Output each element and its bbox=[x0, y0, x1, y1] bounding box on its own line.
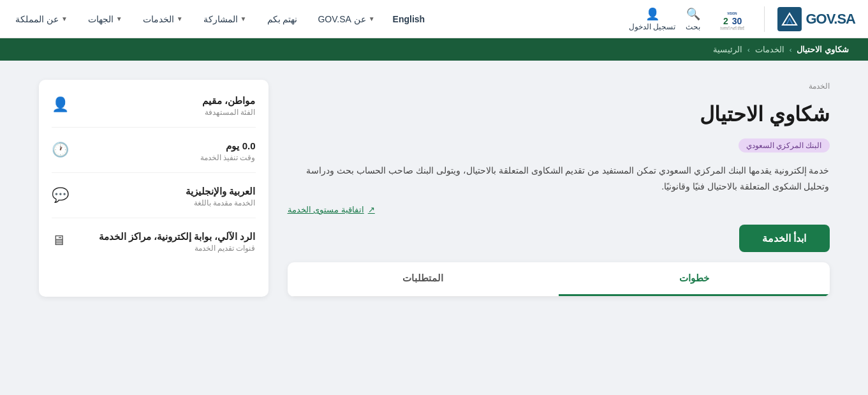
user-circle-icon: 👤 bbox=[52, 96, 69, 113]
monitor-icon: 🖥 bbox=[52, 232, 66, 249]
nav-about-kingdom-label: عن المملكة bbox=[15, 14, 59, 24]
chevron-participation: ▼ bbox=[240, 15, 247, 22]
vision2030-logo[interactable]: VISION 2 30 المملكة العربية السعودية KIN… bbox=[713, 4, 751, 34]
tab-steps[interactable]: خطوات bbox=[559, 262, 830, 296]
main-nav: English ▼ عن GOV.SA نهتم بكم ▼ المشاركة … bbox=[13, 10, 425, 28]
nav-participation-label: المشاركة bbox=[203, 14, 238, 24]
service-title: شكاوي الاحتيال bbox=[288, 101, 830, 128]
main-content: مواطن، مقيم الفئة المستهدفة 👤 0.0 يوم وق… bbox=[20, 80, 849, 297]
govsa-logo[interactable]: GOV.SA bbox=[777, 7, 855, 31]
user-icon: 👤 bbox=[645, 7, 659, 21]
nav-about-govsa[interactable]: ▼ عن GOV.SA bbox=[315, 10, 377, 28]
chevron-about-kingdom: ▼ bbox=[61, 15, 68, 22]
breadcrumb: شكاوي الاحتيال › الخدمات › الرئيسية bbox=[713, 45, 849, 54]
clock-icon: 🕐 bbox=[52, 142, 69, 158]
start-service-button[interactable]: ابدأ الخدمة bbox=[739, 225, 829, 252]
breadcrumb-home[interactable]: الرئيسية bbox=[713, 45, 742, 54]
service-category-label: الخدمة bbox=[809, 82, 830, 91]
chevron-entities: ▼ bbox=[116, 15, 122, 22]
breadcrumb-current: شكاوي الاحتيال bbox=[797, 45, 849, 54]
breadcrumb-sep-1: › bbox=[747, 46, 750, 54]
sla-link[interactable]: ↗ اتفاقية مستوى الخدمة bbox=[288, 205, 830, 214]
info-row-channels: الرد الآلي، بوابة إلكترونية، مراكز الخدم… bbox=[52, 231, 256, 253]
target-group-label: الفئة المستهدفة bbox=[78, 108, 256, 117]
tab-requirements[interactable]: المتطلبات bbox=[288, 262, 559, 296]
svg-rect-1 bbox=[782, 24, 797, 26]
chevron-about-govsa: ▼ bbox=[369, 15, 375, 22]
chevron-services: ▼ bbox=[177, 15, 183, 22]
govsa-icon bbox=[777, 7, 802, 31]
breadcrumb-services[interactable]: الخدمات bbox=[755, 45, 784, 54]
main-header: GOV.SA VISION 2 30 المملكة العربية السعو… bbox=[0, 0, 868, 38]
nav-services-label: الخدمات bbox=[143, 14, 174, 24]
govsa-text: GOV.SA bbox=[805, 11, 855, 27]
language-label: الخدمة مقدمة باللغة bbox=[78, 198, 256, 207]
info-text-channels: الرد الآلي، بوابة إلكترونية، مراكز الخدم… bbox=[75, 231, 256, 253]
breadcrumb-bar: شكاوي الاحتيال › الخدمات › الرئيسية bbox=[0, 38, 868, 61]
header-actions: 🔍 بحث 👤 تسجيل الدخول bbox=[629, 7, 700, 31]
nav-about-you[interactable]: نهتم بكم bbox=[265, 10, 300, 28]
chat-icon: 💬 bbox=[52, 187, 69, 204]
info-text-language: العربية والإنجليزية الخدمة مقدمة باللغة bbox=[78, 186, 256, 207]
nav-about-govsa-label: عن GOV.SA bbox=[318, 14, 365, 24]
svg-text:المملكة العربية السعودية: المملكة العربية السعودية bbox=[720, 25, 744, 28]
tab-steps-label: خطوات bbox=[679, 272, 709, 283]
service-badge: البنك المركزي السعودي bbox=[739, 138, 830, 153]
svg-text:VISION: VISION bbox=[728, 11, 737, 15]
english-toggle[interactable]: English bbox=[393, 14, 425, 24]
nav-entities-label: الجهات bbox=[88, 14, 114, 24]
info-row-time: 0.0 يوم وقت تنفيذ الخدمة 🕐 bbox=[52, 140, 256, 173]
tabs-header: خطوات المتطلبات bbox=[288, 262, 830, 297]
vision-svg: VISION 2 30 المملكة العربية السعودية KIN… bbox=[713, 4, 751, 34]
service-detail: الخدمة شكاوي الاحتيال البنك المركزي السع… bbox=[288, 80, 830, 297]
nav-participation[interactable]: ▼ المشاركة bbox=[201, 10, 249, 28]
channels-label: قنوات تقديم الخدمة bbox=[75, 244, 256, 253]
svg-text:KINGDOM OF SAUDI ARABIA: KINGDOM OF SAUDI ARABIA bbox=[721, 28, 745, 31]
info-card: مواطن، مقيم الفئة المستهدفة 👤 0.0 يوم وق… bbox=[39, 80, 268, 297]
language-value: العربية والإنجليزية bbox=[78, 186, 256, 197]
nav-about-kingdom[interactable]: ▼ عن المملكة bbox=[13, 10, 70, 28]
info-text-target: مواطن، مقيم الفئة المستهدفة bbox=[78, 95, 256, 117]
info-row-language: العربية والإنجليزية الخدمة مقدمة باللغة … bbox=[52, 186, 256, 218]
search-action[interactable]: 🔍 بحث bbox=[686, 7, 700, 31]
target-group-value: مواطن، مقيم bbox=[78, 95, 256, 107]
tabs-section: خطوات المتطلبات bbox=[288, 262, 830, 297]
svg-text:30: 30 bbox=[732, 15, 742, 26]
nav-about-you-label: نهتم بكم bbox=[267, 14, 298, 24]
search-label: بحث bbox=[686, 22, 700, 31]
info-row-target: مواطن، مقيم الفئة المستهدفة 👤 bbox=[52, 95, 256, 128]
nav-services[interactable]: ▼ الخدمات bbox=[140, 10, 186, 28]
channels-value: الرد الآلي، بوابة إلكترونية، مراكز الخدم… bbox=[75, 231, 256, 242]
svg-text:2: 2 bbox=[724, 15, 729, 26]
info-text-time: 0.0 يوم وقت تنفيذ الخدمة bbox=[78, 140, 256, 162]
logo-divider bbox=[764, 6, 765, 32]
search-icon: 🔍 bbox=[686, 7, 700, 21]
breadcrumb-sep-2: › bbox=[790, 46, 792, 54]
sla-link-text: اتفاقية مستوى الخدمة bbox=[288, 205, 364, 214]
tab-requirements-label: المتطلبات bbox=[402, 272, 443, 283]
exec-time-value: 0.0 يوم bbox=[78, 140, 256, 152]
service-description: خدمة إلكترونية يقدمها البنك المركزي السع… bbox=[288, 163, 830, 195]
header-right: GOV.SA VISION 2 30 المملكة العربية السعو… bbox=[629, 4, 855, 34]
login-action[interactable]: 👤 تسجيل الدخول bbox=[629, 7, 675, 31]
exec-time-label: وقت تنفيذ الخدمة bbox=[78, 153, 256, 162]
external-link-icon: ↗ bbox=[368, 205, 375, 214]
login-label: تسجيل الدخول bbox=[629, 22, 675, 31]
nav-entities[interactable]: ▼ الجهات bbox=[85, 10, 125, 28]
